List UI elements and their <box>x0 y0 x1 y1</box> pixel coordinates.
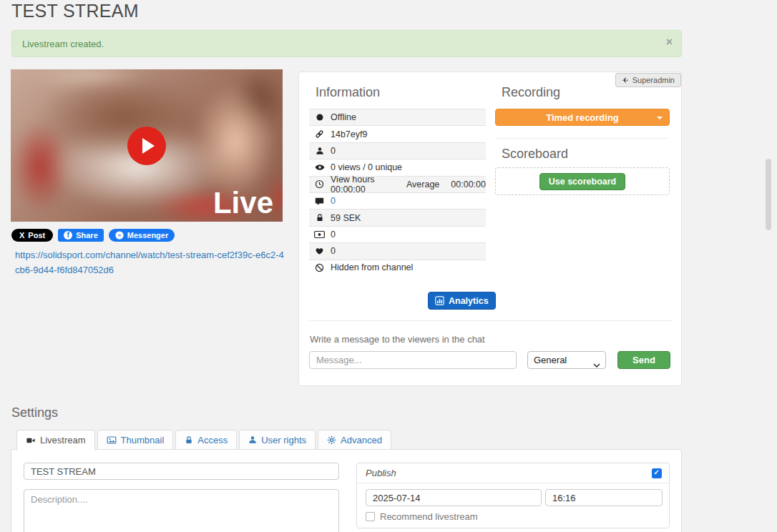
status-row: Offline <box>309 109 486 125</box>
stream-key-value: 14b7eyf9 <box>331 129 367 139</box>
recording-heading: Recording <box>502 85 560 100</box>
publish-header: Publish <box>357 463 669 483</box>
tab-user-rights-label: User rights <box>261 435 306 445</box>
view-hours-row: View hours 00:00:00 Average 00:00:00 <box>309 176 486 192</box>
comment-icon <box>314 197 325 206</box>
alert-message: Livestream created. <box>22 39 104 49</box>
price-value: 59 SEK <box>331 213 361 223</box>
stream-key-row: 14b7eyf9 <box>309 125 486 142</box>
tab-livestream-label: Livestream <box>40 435 86 445</box>
timed-recording-button[interactable]: Timed recording <box>495 109 670 126</box>
x-logo-icon: X <box>19 231 24 240</box>
facebook-icon: f <box>64 231 72 240</box>
average-value: 00:00:00 <box>451 179 486 189</box>
publish-panel: Publish Recommend livestream <box>356 463 670 528</box>
analytics-label: Analytics <box>449 296 489 306</box>
stream-key-icon <box>314 129 325 139</box>
viewer-icon <box>314 147 325 155</box>
tab-user-rights[interactable]: User rights <box>239 430 316 450</box>
ban-icon <box>314 263 325 272</box>
messenger-label: Messenger <box>127 231 168 240</box>
settings-tabs: Livestream Thumbnail Access User rights … <box>16 430 391 450</box>
gear-icon <box>327 435 336 445</box>
publish-time-input[interactable] <box>545 489 663 506</box>
play-button[interactable] <box>127 127 166 165</box>
caret-down-icon[interactable] <box>657 117 663 119</box>
tab-thumbnail-label: Thumbnail <box>121 435 165 445</box>
tab-livestream[interactable]: Livestream <box>16 430 95 450</box>
stream-url-link[interactable]: https://solidsport.com/channel/watch/tes… <box>15 248 284 278</box>
facebook-share-label: Share <box>76 231 98 240</box>
live-badge: Live <box>213 186 273 220</box>
clock-icon <box>314 179 325 189</box>
information-heading: Information <box>316 85 380 100</box>
price-row: 59 SEK <box>309 209 486 225</box>
chat-channel-select[interactable]: General <box>527 351 606 369</box>
facebook-share-button[interactable]: f Share <box>58 229 104 242</box>
x-post-label: Post <box>28 231 45 240</box>
visibility-value: Hidden from channel <box>331 262 413 272</box>
recommend-label: Recommend livestream <box>380 511 478 522</box>
lock-icon <box>314 213 325 222</box>
tab-access[interactable]: Access <box>175 430 237 450</box>
tab-access-label: Access <box>197 435 228 445</box>
livestream-admin-page: TEST STREAM Livestream created. × Live X… <box>0 0 777 532</box>
publish-checkbox[interactable] <box>652 468 662 478</box>
share-buttons-row: X Post f Share Messenger <box>11 229 175 242</box>
superadmin-label: Superadmin <box>632 76 675 84</box>
earnings-value: 0 <box>331 230 336 240</box>
page-scrollbar[interactable] <box>766 159 771 230</box>
views-row: 0 views / 0 unique <box>309 159 486 175</box>
concurrent-viewers-row: 0 <box>309 142 486 159</box>
views-value: 0 views / 0 unique <box>331 162 402 172</box>
user-icon <box>248 435 257 444</box>
scoreboard-heading: Scoreboard <box>502 147 568 162</box>
lock-icon <box>185 435 193 445</box>
chat-message-input[interactable] <box>309 351 517 369</box>
stream-status-card: ✈ Superadmin Information Offline 14b7eyf… <box>298 72 682 386</box>
chat-label: Write a message to the viewers in the ch… <box>310 334 485 345</box>
visibility-row: Hidden from channel <box>309 260 486 276</box>
status-value: Offline <box>331 112 356 122</box>
analytics-button[interactable]: Analytics <box>428 292 496 310</box>
divider <box>495 138 670 139</box>
description-textarea[interactable] <box>24 489 339 532</box>
success-alert: Livestream created. × <box>11 30 682 57</box>
settings-heading: Settings <box>11 405 58 420</box>
recommend-checkbox[interactable] <box>366 512 375 521</box>
recommend-row: Recommend livestream <box>366 511 478 522</box>
likes-value: 0 <box>331 246 336 256</box>
stream-title-input[interactable] <box>24 463 339 480</box>
heart-icon <box>314 247 325 255</box>
send-button[interactable]: Send <box>617 351 670 369</box>
image-icon <box>107 435 117 445</box>
scoreboard-dropzone: Use scoreboard <box>495 167 670 195</box>
chat-channel-select-wrap: General <box>527 351 606 369</box>
settings-panel: Publish Recommend livestream <box>11 449 682 532</box>
concurrent-viewers-value: 0 <box>331 146 336 156</box>
publish-date-input[interactable] <box>366 489 542 506</box>
use-scoreboard-button[interactable]: Use scoreboard <box>539 173 625 190</box>
tab-advanced-label: Advanced <box>341 435 382 445</box>
earnings-row: 0 <box>309 226 486 242</box>
close-icon[interactable]: × <box>666 36 673 48</box>
view-hours-value: View hours 00:00:00 <box>331 174 391 194</box>
tab-advanced[interactable]: Advanced <box>318 430 391 450</box>
tab-thumbnail[interactable]: Thumbnail <box>97 430 174 450</box>
likes-row: 0 <box>309 242 486 259</box>
status-circle-icon <box>314 113 325 122</box>
bar-chart-icon <box>435 296 444 305</box>
superadmin-button[interactable]: ✈ Superadmin <box>615 73 681 87</box>
divider <box>309 320 673 321</box>
comments-count-link[interactable]: 0 <box>331 196 336 206</box>
video-thumbnail[interactable]: Live <box>11 69 283 222</box>
plane-icon: ✈ <box>622 76 628 85</box>
messenger-button[interactable]: Messenger <box>109 229 175 242</box>
comments-row: 0 <box>309 192 486 209</box>
x-post-button[interactable]: X Post <box>11 229 53 242</box>
publish-label: Publish <box>366 468 396 478</box>
page-title: TEST STREAM <box>11 1 139 21</box>
video-camera-icon <box>26 436 36 445</box>
eye-icon <box>314 162 325 172</box>
money-icon <box>314 230 325 239</box>
